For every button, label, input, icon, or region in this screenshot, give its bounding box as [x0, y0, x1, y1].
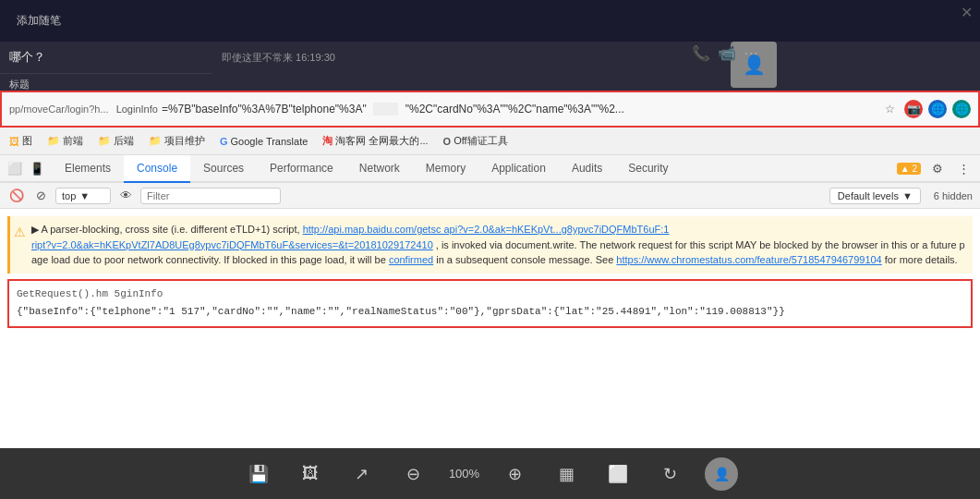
console-output-box: GetRequest().hm 5ginInfo {"baseInfo":{"t…	[7, 279, 973, 328]
bookmark-icon-folder2: 📁	[98, 135, 111, 147]
phone-icon[interactable]: 📞	[692, 44, 710, 62]
devtools-right-section: ▲ 2 ⚙ ⋮	[889, 155, 980, 181]
devtools-tabs: ⬜ 📱 Elements Console Sources Performance…	[0, 155, 980, 183]
tab-sources[interactable]: Sources	[190, 155, 257, 181]
bookmark-project[interactable]: 📁 项目维护	[143, 132, 211, 150]
taskbar-avatar: 👤	[705, 457, 738, 491]
taskbar-zoom-out-button[interactable]: ⊖	[397, 457, 430, 491]
tab-security[interactable]: Security	[615, 155, 681, 181]
filter-input[interactable]	[140, 188, 281, 204]
add-note-button[interactable]: 添加随笔	[9, 9, 68, 32]
chat-subtitle: 即使这里不常来 16:19:30	[222, 51, 335, 65]
warning-text-part4: for more details.	[885, 254, 958, 265]
devtools-more-button[interactable]: ⋮	[954, 159, 973, 177]
console-warning-message: ⚠ ▶ A parser-blocking, cross site (i.e. …	[7, 216, 973, 274]
extension-icon2[interactable]: 🌐	[952, 100, 971, 118]
context-selector[interactable]: top ▼	[55, 188, 111, 204]
bookmark-backend[interactable]: 📁 后端	[92, 132, 139, 150]
bookmark-off-tool[interactable]: O Off辅证工具	[438, 132, 514, 150]
filter-toggle-button[interactable]: ⊘	[31, 187, 50, 205]
url-bar: pp/moveCar/login?h... LoginInfo =%7B"bas…	[0, 91, 980, 128]
taoke-icon: 淘	[322, 134, 333, 148]
camera-icon[interactable]: 📷	[904, 100, 923, 118]
devtools-settings-button[interactable]: ⚙	[928, 159, 947, 177]
chat-header: 哪个？	[0, 42, 212, 74]
devtools-toolbar: 🚫 ⊘ top ▼ 👁 Default levels ▼ 6 hidden	[0, 183, 980, 209]
warning-text-part1: ▶ A parser-blocking, cross site (i.e. di…	[31, 224, 300, 235]
url-redacted	[373, 103, 398, 116]
bookmark-star-icon[interactable]: ☆	[880, 100, 899, 118]
bookmarks-bar: 🖼 图 📁 前端 📁 后端 📁 项目维护 G Google Translate …	[0, 128, 980, 155]
taskbar-zoom-in-button[interactable]: ⊕	[498, 457, 531, 491]
tab-audits[interactable]: Audits	[559, 155, 615, 181]
warning-text-part3: in a subsequent console message. See	[436, 254, 613, 265]
bookmark-icon-folder3: 📁	[149, 135, 162, 147]
confirmed-text: confirmed	[389, 254, 433, 265]
url-bar-full-url[interactable]: =%7B"baseInfo"%3A%7B"telphone"%3A" "%2C"…	[162, 103, 873, 116]
taskbar-image-button[interactable]: 🖼	[294, 457, 327, 491]
url-bar-label: LoginInfo	[116, 103, 158, 115]
app-taskbar: 💾 🖼 ↗ ⊖ 100% ⊕ ▦ ⬜ ↻ 👤	[0, 448, 980, 499]
clear-console-button[interactable]: 🚫	[7, 187, 26, 205]
more-icon[interactable]: ⋯	[744, 44, 758, 62]
warning-text-container: ▶ A parser-blocking, cross site (i.e. di…	[31, 222, 969, 268]
warning-badge: ▲ 2	[897, 163, 921, 175]
bookmark-image[interactable]: 🖼 图	[4, 132, 38, 150]
app-topbar: 添加随笔	[0, 0, 980, 42]
bookmark-icon-folder1: 📁	[47, 135, 60, 147]
warning-link2[interactable]: ript?v=2.0&ak=hKEKpVtZl7AD8UEg8ypvc7iDQF…	[31, 239, 433, 250]
chat-action-icons: 📞 📹 ⋯	[692, 44, 758, 62]
taskbar-grid-button[interactable]: ▦	[550, 457, 583, 491]
bookmark-icon-img: 🖼	[9, 136, 19, 147]
warning-icon: ⚠	[14, 223, 26, 242]
warning-link3[interactable]: https://www.chromestatus.com/feature/571…	[616, 254, 881, 265]
tab-console[interactable]: Console	[124, 155, 190, 183]
taskbar-refresh-button[interactable]: ↻	[653, 457, 686, 491]
close-button[interactable]: ✕	[961, 4, 973, 21]
tab-performance[interactable]: Performance	[257, 155, 346, 181]
tab-memory[interactable]: Memory	[413, 155, 478, 181]
url-bar-short-url: pp/moveCar/login?h...	[9, 103, 109, 115]
warning-link1[interactable]: http://api.map.baidu.com/getsc api?v=2.0…	[303, 224, 670, 235]
levels-selector[interactable]: Default levels ▼	[829, 188, 921, 204]
taskbar-zoom-level: 100%	[449, 467, 479, 481]
taskbar-save-button[interactable]: 💾	[242, 457, 275, 491]
taskbar-share-button[interactable]: ↗	[345, 457, 379, 491]
taskbar-fit-button[interactable]: ⬜	[601, 457, 635, 491]
bookmark-taoke[interactable]: 淘 淘客网 全网最大的...	[317, 132, 433, 150]
code-json-output: {"baseInfo":{"telphone":"1 517","cardNo"…	[17, 304, 963, 321]
devtools-left-icons: ⬜ 📱	[0, 155, 52, 181]
bookmark-frontend[interactable]: 📁 前端	[42, 132, 89, 150]
tab-application[interactable]: Application	[478, 155, 559, 181]
video-icon[interactable]: 📹	[718, 44, 736, 62]
device-toggle-button[interactable]: 📱	[28, 159, 46, 177]
google-icon: G	[220, 136, 228, 147]
code-label-line: GetRequest().hm 5ginInfo	[17, 286, 963, 303]
tab-elements[interactable]: Elements	[52, 155, 124, 181]
tab-network[interactable]: Network	[346, 155, 413, 181]
inspect-element-button[interactable]: ⬜	[6, 159, 24, 177]
url-bar-icons: ☆ 📷 🌐 🌐	[880, 100, 971, 118]
eye-icon[interactable]: 👁	[116, 187, 135, 205]
hidden-count: 6 hidden	[934, 190, 973, 201]
bookmark-google-translate[interactable]: G Google Translate	[214, 134, 313, 149]
extension-icon1[interactable]: 🌐	[928, 100, 947, 118]
off-icon: O	[443, 136, 452, 147]
